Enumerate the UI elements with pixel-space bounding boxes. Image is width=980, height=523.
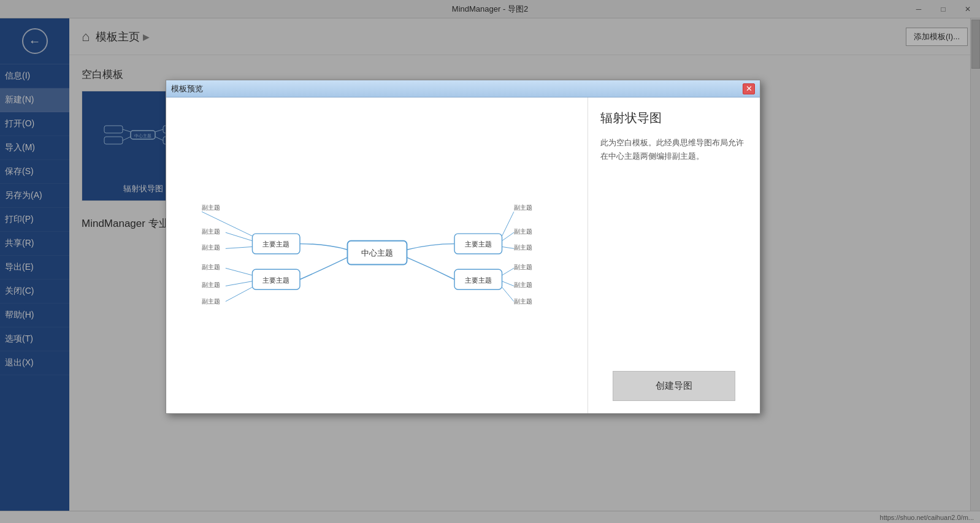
svg-line-45 xyxy=(225,287,252,301)
svg-text:副主题: 副主题 xyxy=(202,281,220,288)
svg-text:主要主题: 主要主题 xyxy=(464,240,491,248)
svg-line-47 xyxy=(502,212,513,236)
svg-line-39 xyxy=(225,246,252,248)
svg-text:副主题: 副主题 xyxy=(513,281,532,288)
modal-map-title: 辐射状导图 xyxy=(600,110,748,126)
modal-close-button[interactable]: ✕ xyxy=(743,83,755,94)
svg-line-41 xyxy=(225,268,252,275)
svg-text:副主题: 副主题 xyxy=(202,264,220,270)
svg-text:副主题: 副主题 xyxy=(202,244,220,251)
svg-text:副主题: 副主题 xyxy=(513,244,532,251)
modal-body: 中心主题 主要主题 主要主题 主要主题 主要主题 xyxy=(166,97,760,413)
modal-preview-area: 中心主题 主要主题 主要主题 主要主题 主要主题 xyxy=(166,97,588,413)
svg-text:副主题: 副主题 xyxy=(202,228,220,235)
svg-text:主要主题: 主要主题 xyxy=(262,240,289,248)
mindmap-diagram: 中心主题 主要主题 主要主题 主要主题 主要主题 xyxy=(184,139,570,372)
modal-titlebar: 模板预览 ✕ xyxy=(166,80,760,97)
svg-line-37 xyxy=(225,232,252,241)
svg-text:主要主题: 主要主题 xyxy=(262,276,289,283)
svg-line-57 xyxy=(502,287,513,301)
svg-text:副主题: 副主题 xyxy=(202,204,220,211)
create-map-button[interactable]: 创建导图 xyxy=(613,371,735,401)
svg-text:副主题: 副主题 xyxy=(202,297,220,304)
svg-text:主要主题: 主要主题 xyxy=(464,276,491,283)
svg-text:副主题: 副主题 xyxy=(513,204,532,211)
modal-description: 此为空白模板。此经典思维导图布局允许在中心主题两侧编排副主题。 xyxy=(600,136,748,163)
svg-text:副主题: 副主题 xyxy=(513,228,532,235)
svg-line-51 xyxy=(502,246,513,248)
svg-line-43 xyxy=(225,281,252,286)
svg-line-55 xyxy=(502,281,513,286)
modal-dialog: 模板预览 ✕ 中心主题 主要主题 主要主题 主要主题 xyxy=(166,80,760,414)
svg-line-49 xyxy=(502,232,513,241)
svg-text:副主题: 副主题 xyxy=(513,264,532,270)
svg-line-53 xyxy=(502,268,513,275)
modal-info-panel: 辐射状导图 此为空白模板。此经典思维导图布局允许在中心主题两侧编排副主题。 创建… xyxy=(588,97,760,413)
svg-text:中心主题: 中心主题 xyxy=(361,248,393,258)
modal-title: 模板预览 xyxy=(171,83,203,94)
svg-text:副主题: 副主题 xyxy=(513,297,532,304)
